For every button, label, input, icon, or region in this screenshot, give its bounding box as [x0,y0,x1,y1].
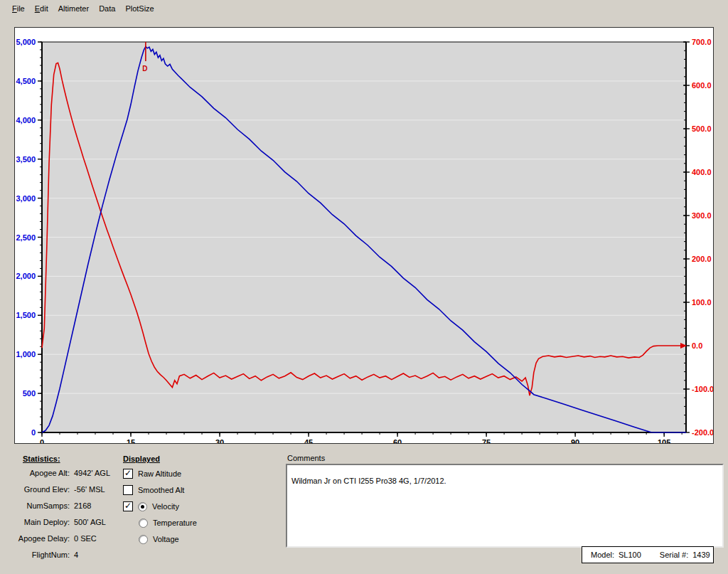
altitude-tick-label: 4,500 [16,77,36,85]
menu-accel: F [12,4,17,13]
option-label: Voltage [153,535,179,543]
menu-label: Data [99,4,115,13]
velocity-tick-label: -100.0 [692,385,713,393]
altitude-tick-label: 3,500 [16,155,36,164]
stat-label: FlightNum: [6,551,70,560]
option-label: Velocity [152,502,179,511]
stat-row-main-deploy: Main Deploy: 500' AGL [6,518,123,528]
altitude-tick-label: 4,000 [16,116,36,124]
raw-altitude-checkbox[interactable] [123,469,133,479]
deploy-marker-label: D [142,65,147,73]
stat-row-apogee-delay: Apogee Delay: 0 SEC [6,534,123,544]
stat-value: 4 [74,551,78,560]
stat-label: Ground Elev: [6,485,70,495]
stat-label: Main Deploy: [6,518,70,528]
menu-label: PlotSize [125,4,154,13]
x-tick-label: 45 [304,438,313,443]
menu-accel: E [35,4,40,13]
smoothed-alt-checkbox[interactable] [123,485,133,495]
stat-row-numsamps: NumSamps: 2168 [6,501,123,511]
statistics-title: Statistics: [23,455,123,463]
stat-value: 4942' AGL [74,469,110,479]
altitude-tick-label: 1,500 [16,311,36,319]
velocity-tick-label: 700.0 [692,38,712,46]
x-tick-label: 90 [571,438,579,443]
altitude-tick-label: 2,000 [16,272,36,280]
stat-row-flightnum: FlightNum: 4 [6,551,123,560]
serial-value: 1439 [692,551,710,559]
altitude-tick-label: 0 [31,428,36,437]
stat-value: 2168 [74,501,91,511]
model-value: SL100 [619,551,641,559]
chart-panel: 015304560759010505001,0001,5002,0002,500… [14,27,714,444]
voltage-radio[interactable] [139,535,148,544]
stat-row-ground-elev: Ground Elev: -56' MSL [6,485,123,495]
x-tick-label: 60 [393,438,402,443]
statistics-section: Statistics: Apogee Alt: 4942' AGL Ground… [6,455,123,567]
velocity-tick-label: 0.0 [692,341,702,350]
displayed-section: Displayed Raw Altitude Smoothed Alt Velo… [123,455,215,551]
menu-item-plotsize[interactable]: PlotSize [120,3,159,14]
serial-label: Serial #: [660,551,688,559]
stat-value: 500' AGL [74,518,106,528]
displayed-title: Displayed [123,455,215,463]
altimeter-app-window: { "menu": { "items": [ {"accel": "F", "r… [0,0,728,574]
option-row-raw-altitude: Raw Altitude [123,469,215,479]
stat-row-apogee-alt: Apogee Alt: 4942' AGL [6,469,123,479]
comments-text: Wildman Jr on CTI I255 Pro38 4G, 1/7/201… [291,477,446,485]
menu-item-edit[interactable]: Edit [30,3,53,14]
velocity-tick-label: 400.0 [692,168,712,176]
x-tick-label: 30 [215,438,224,443]
x-tick-label: 0 [40,438,44,443]
option-label: Smoothed Alt [138,486,184,494]
option-row-voltage: Voltage [123,534,215,544]
menu-item-data[interactable]: Data [94,3,120,14]
comments-textbox[interactable]: Wildman Jr on CTI I255 Pro38 4G, 1/7/201… [286,464,724,548]
model-serial-box: Model: SL100 Serial #: 1439 [582,546,714,563]
velocity-tick-label: 100.0 [692,298,712,307]
altitude-tick-label: 1,000 [16,350,36,358]
model-label: Model: [591,551,614,559]
velocity-tick-label: 500.0 [692,124,712,133]
altitude-tick-label: 500 [23,389,36,398]
flight-plot: 015304560759010505001,0001,5002,0002,500… [15,28,713,443]
velocity-checkbox[interactable] [123,501,133,511]
stat-value: -56' MSL [74,485,105,495]
x-tick-label: 75 [482,438,491,443]
velocity-tick-label: 200.0 [692,255,712,263]
velocity-radio[interactable] [138,502,147,511]
option-row-temperature: Temperature [123,518,215,528]
option-row-smoothed-alt: Smoothed Alt [123,485,215,495]
menu-item-file[interactable]: File [7,3,30,14]
option-label: Temperature [153,519,197,527]
menu-item-altimeter[interactable]: Altimeter [53,3,94,14]
comments-label: Comments [287,454,325,462]
menu-label: Altimeter [58,4,89,13]
stat-label: Apogee Alt: [6,469,70,479]
stat-label: NumSamps: [6,501,70,511]
x-tick-label: 15 [127,438,135,443]
stat-label: Apogee Delay: [6,534,70,544]
option-row-velocity: Velocity [123,501,215,511]
x-tick-label: 105 [658,438,670,443]
menu-label: dit [40,4,48,13]
velocity-tick-label: -200.0 [692,428,713,437]
option-label: Raw Altitude [138,469,181,478]
stat-value: 0 SEC [74,534,97,544]
altitude-tick-label: 5,000 [16,38,36,46]
altitude-tick-label: 3,000 [16,194,36,203]
velocity-tick-label: 300.0 [692,211,712,220]
velocity-tick-label: 600.0 [692,81,712,90]
temperature-radio[interactable] [139,519,148,528]
altitude-tick-label: 2,500 [16,233,36,242]
menu-bar: File Edit Altimeter Data PlotSize [0,0,728,17]
menu-label: ile [17,4,25,13]
